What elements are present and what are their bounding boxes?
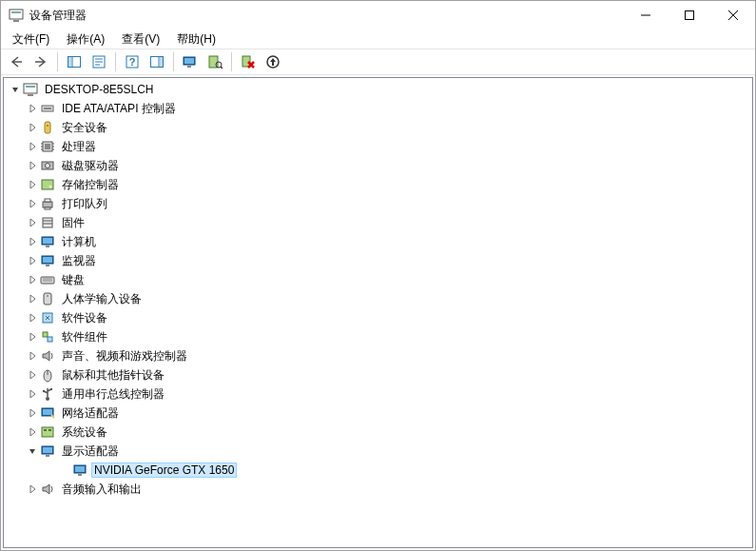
update-driver-button[interactable]: [179, 50, 202, 73]
tree-node-system[interactable]: 系统设备: [4, 423, 752, 442]
svg-rect-27: [24, 84, 37, 93]
action-pane-button[interactable]: [145, 50, 168, 73]
scan-hardware-button[interactable]: [204, 50, 226, 73]
help-button[interactable]: ?: [121, 50, 144, 73]
chevron-right-icon[interactable]: [25, 291, 40, 306]
menu-file[interactable]: 文件(F): [5, 30, 57, 49]
tree-node-usb[interactable]: 通用串行总线控制器: [4, 384, 752, 403]
chevron-down-icon[interactable]: [25, 443, 40, 459]
chevron-right-icon[interactable]: [25, 329, 40, 344]
svg-rect-53: [43, 238, 52, 244]
chevron-right-icon[interactable]: [25, 367, 40, 383]
device-tree[interactable]: DESKTOP-8E5SLCHIDE ATA/ATAPI 控制器安全设备处理器磁…: [3, 77, 753, 548]
chevron-right-icon[interactable]: [25, 405, 40, 421]
chevron-right-icon[interactable]: [25, 234, 40, 249]
menubar: 文件(F) 操作(A) 查看(V) 帮助(H): [1, 30, 755, 49]
computerRoot-icon: [23, 82, 38, 97]
arrow-left-icon: [9, 54, 24, 69]
tree-node-label: 音频输入和输出: [59, 481, 145, 499]
properties-button[interactable]: [87, 50, 110, 73]
svg-rect-9: [68, 57, 71, 67]
sound-icon: [40, 348, 55, 364]
chevron-right-icon[interactable]: [25, 386, 40, 402]
chevron-right-icon[interactable]: [25, 424, 40, 440]
keyboard-icon: [40, 272, 55, 287]
svg-rect-54: [46, 246, 49, 247]
tree-node-firmware[interactable]: 固件: [4, 213, 752, 232]
chevron-right-icon[interactable]: [25, 215, 40, 230]
menu-view[interactable]: 查看(V): [114, 30, 167, 49]
tree-node-root[interactable]: DESKTOP-8E5SLCH: [4, 80, 752, 99]
tree-node-cpu[interactable]: 处理器: [4, 137, 752, 156]
chevron-down-icon[interactable]: [8, 82, 23, 97]
tree-node-mouse[interactable]: 鼠标和其他指针设备: [4, 365, 752, 384]
tree-node-sound[interactable]: 声音、视频和游戏控制器: [4, 346, 752, 365]
tree-node-label: NVIDIA GeForce GTX 1650: [91, 462, 237, 478]
tree-node-software[interactable]: 软件设备: [4, 308, 752, 327]
tree-node-label: 存储控制器: [59, 176, 122, 194]
svg-point-70: [43, 390, 45, 392]
svg-rect-57: [46, 265, 49, 266]
disable-button[interactable]: [262, 50, 284, 73]
tree-node-label: 固件: [59, 214, 87, 232]
maximize-button[interactable]: [668, 1, 711, 30]
chevron-right-icon[interactable]: [25, 120, 40, 135]
properties-icon: [91, 54, 107, 69]
sound-icon: [40, 482, 55, 497]
chevron-right-icon[interactable]: [25, 196, 40, 211]
tree-node-network[interactable]: 网络适配器: [4, 403, 752, 423]
chevron-right-icon[interactable]: [25, 310, 40, 325]
minimize-button[interactable]: [624, 1, 668, 30]
disable-icon: [265, 54, 281, 69]
tree-node-label: 安全设备: [59, 119, 110, 137]
chevron-right-icon[interactable]: [25, 158, 40, 173]
tree-node-printer[interactable]: 打印队列: [4, 194, 752, 213]
component-icon: [40, 329, 55, 344]
tree-node-storage[interactable]: 存储控制器: [4, 175, 752, 194]
forward-button[interactable]: [29, 50, 52, 73]
tree-node-label: 显示适配器: [59, 443, 122, 461]
tree-node-label: 键盘: [59, 271, 87, 289]
svg-rect-47: [45, 199, 50, 202]
tree-node-sound[interactable]: 音频输入和输出: [4, 480, 752, 499]
tree-node-security[interactable]: 安全设备: [4, 118, 752, 137]
tree-node-keyboard[interactable]: 键盘: [4, 270, 752, 289]
app-icon: [9, 8, 24, 23]
tree-node-label: DESKTOP-8E5SLCH: [42, 82, 157, 97]
tree-node-display-child-0[interactable]: NVIDIA GeForce GTX 1650: [4, 461, 752, 480]
svg-point-68: [46, 397, 49, 401]
back-button[interactable]: [5, 50, 28, 73]
tree-node-hid[interactable]: 人体学输入设备: [4, 289, 752, 308]
tree-node-component[interactable]: 软件组件: [4, 327, 752, 346]
menu-help[interactable]: 帮助(H): [169, 30, 223, 49]
tree-node-computer[interactable]: 计算机: [4, 232, 752, 251]
titlebar: 设备管理器: [1, 1, 755, 30]
chevron-right-icon[interactable]: [25, 482, 40, 497]
tree-node-monitor[interactable]: 监视器: [4, 251, 752, 270]
svg-rect-78: [43, 447, 52, 453]
chevron-right-icon[interactable]: [25, 253, 40, 268]
software-icon: [40, 310, 55, 325]
tree-node-disk[interactable]: 磁盘驱动器: [4, 156, 752, 175]
chevron-right-icon[interactable]: [25, 139, 40, 154]
chevron-right-icon[interactable]: [25, 101, 40, 116]
tree-node-ide[interactable]: IDE ATA/ATAPI 控制器: [4, 99, 752, 118]
device-manager-window: 设备管理器 文件(F) 操作(A) 查看(V) 帮助(H): [0, 0, 756, 551]
display-icon: [40, 443, 55, 459]
tree-node-label: IDE ATA/ATAPI 控制器: [59, 100, 179, 118]
close-button[interactable]: [711, 1, 755, 30]
uninstall-button[interactable]: [237, 50, 260, 73]
chevron-right-icon[interactable]: [25, 177, 40, 192]
tree-node-display[interactable]: 显示适配器: [4, 442, 752, 461]
security-icon: [40, 120, 55, 135]
toolbar-separator: [115, 52, 116, 71]
chevron-right-icon[interactable]: [25, 348, 40, 364]
show-tree-button[interactable]: [63, 50, 86, 73]
tree-node-label: 系统设备: [59, 423, 110, 442]
svg-point-33: [47, 125, 48, 127]
svg-rect-31: [44, 108, 51, 109]
cpu-icon: [40, 139, 55, 154]
svg-rect-44: [42, 180, 53, 189]
menu-action[interactable]: 操作(A): [59, 30, 112, 49]
chevron-right-icon[interactable]: [25, 272, 40, 287]
